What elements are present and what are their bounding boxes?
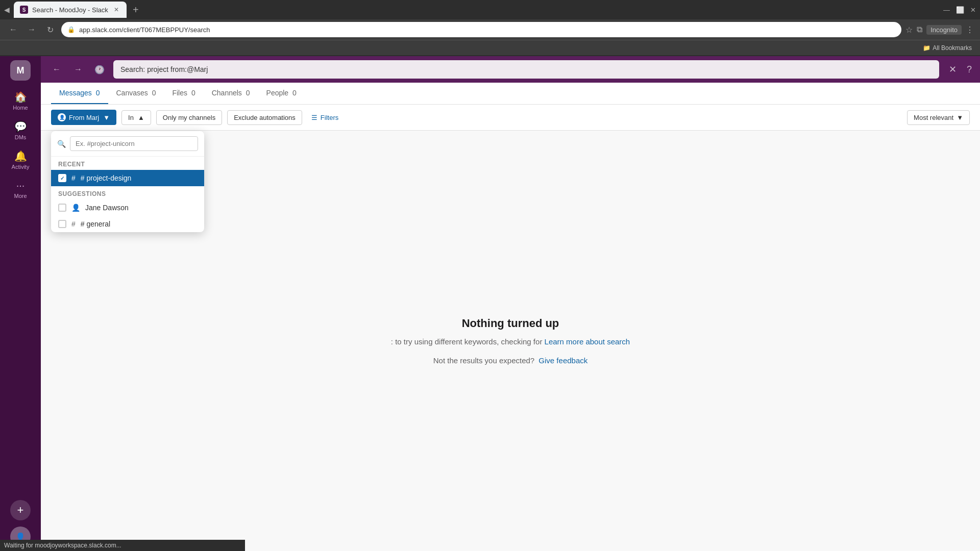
person-icon: 👤 [71,204,80,212]
window-maximize-button[interactable]: ⬜ [956,6,964,14]
in-filter-dropdown-icon: ▲ [138,114,144,121]
messages-count: 0 [96,89,100,97]
tab-canvases[interactable]: Canvases 0 [108,83,164,104]
tab-close-button[interactable]: ✕ [112,6,120,14]
general-checkbox [58,220,66,228]
add-workspace-button[interactable]: + [10,500,31,520]
status-text: Waiting for moodjoyworkspace.slack.com..… [4,542,121,549]
incognito-label: Incognito [926,25,962,35]
channel-hash-icon: # [71,174,76,182]
suggestions-label: Suggestions [51,186,204,199]
sidebar-item-more[interactable]: ··· More [3,176,38,203]
tab-favicon: S [20,6,28,14]
in-filter-dropdown: 🔍 Recent ✓ # # project-design Suggestion… [51,131,204,232]
sidebar: M 🏠 Home 💬 DMs 🔔 Activity ··· More + 👤 [0,56,41,551]
search-query-text: Search: project from:@Marj [120,65,208,73]
workspace-avatar[interactable]: M [10,60,31,81]
in-filter-button[interactable]: In ▲ [121,110,151,125]
search-back-button[interactable]: ← [49,62,64,77]
menu-icon[interactable]: ⋮ [966,25,974,35]
general-hash-icon: # [71,220,76,228]
browser-tab[interactable]: S Search - MoodJoy - Slack ✕ [14,2,127,18]
window-minimize-button[interactable]: — [943,6,950,14]
dropdown-search-icon: 🔍 [57,140,66,148]
feedback-line: Not the results you expected? Give feedb… [391,356,630,365]
forward-button[interactable]: → [24,22,39,37]
tab-people[interactable]: People 0 [258,83,305,104]
search-forward-button[interactable]: → [70,62,86,77]
dropdown-search-input[interactable] [70,136,198,151]
bookmarks-icon: 📁 [923,44,930,52]
search-help-button[interactable]: ? [967,64,972,75]
search-close-button[interactable]: ✕ [945,62,961,77]
tab-messages[interactable]: Messages 0 [51,83,108,104]
empty-state-title: Nothing turned up [391,317,630,330]
back-button[interactable]: ← [6,22,20,37]
sidebar-item-home[interactable]: 🏠 Home [3,87,38,114]
empty-state: Nothing turned up : to try using differe… [391,317,630,365]
from-filter-dropdown-icon: ▼ [103,114,110,121]
give-feedback-link[interactable]: Give feedback [538,356,587,365]
lock-icon: 🔒 [67,26,75,33]
recent-label: Recent [51,157,204,170]
sort-dropdown-icon: ▼ [957,114,963,121]
dms-icon: 💬 [14,120,27,133]
dropdown-recent-item[interactable]: ✓ # # project-design [51,170,204,186]
only-my-channels-button[interactable]: Only my channels [156,110,222,125]
main-content: ← → 🕐 Search: project from:@Marj ✕ ? Mes… [41,56,980,551]
search-header: ← → 🕐 Search: project from:@Marj ✕ ? [41,56,980,83]
tab-title: Search - MoodJoy - Slack [32,6,108,14]
more-icon: ··· [16,180,25,191]
tabs-bar: Messages 0 Canvases 0 Files 0 Channels 0… [41,83,980,105]
dropdown-search-container: 🔍 [51,131,204,157]
activity-icon: 🔔 [14,150,27,162]
suggestion-jane-dawson[interactable]: 👤 Jane Dawson [51,199,204,216]
bookmarks-bar: 📁 All Bookmarks [0,40,980,55]
sidebar-item-activity[interactable]: 🔔 Activity [3,146,38,173]
filter-bar: 👤 From Marj ▼ In ▲ Only my channels Excl… [41,105,980,131]
tab-files[interactable]: Files 0 [164,83,203,104]
tab-channels[interactable]: Channels 0 [204,83,258,104]
url-text: app.slack.com/client/T067MEBPPUY/search [79,26,210,34]
address-bar[interactable]: 🔒 app.slack.com/client/T067MEBPPUY/searc… [61,22,901,37]
nav-back-btn[interactable]: ◀ [4,6,10,14]
filters-button[interactable]: ☰ Filters [307,111,342,124]
search-input-bar[interactable]: Search: project from:@Marj [113,60,939,79]
search-history-button[interactable]: 🕐 [92,62,107,77]
filters-icon: ☰ [311,114,317,121]
jane-dawson-checkbox [58,204,66,212]
all-bookmarks-link[interactable]: 📁 All Bookmarks [923,44,972,52]
learn-more-link[interactable]: Learn more about search [545,337,630,346]
sort-button[interactable]: Most relevant ▼ [907,110,970,125]
new-tab-button[interactable]: + [129,3,143,17]
reload-button[interactable]: ↻ [43,22,57,37]
suggestion-general[interactable]: # # general [51,216,204,232]
status-bar: Waiting for moodjoyworkspace.slack.com..… [0,540,245,551]
exclude-automations-button[interactable]: Exclude automations [227,110,302,125]
recent-item-checkbox: ✓ [58,174,66,182]
split-view-icon[interactable]: ⧉ [917,25,922,34]
sidebar-item-dms[interactable]: 💬 DMs [3,116,38,144]
bookmark-star-icon[interactable]: ☆ [905,25,913,35]
from-filter-button[interactable]: 👤 From Marj ▼ [51,110,116,125]
home-icon: 🏠 [14,91,27,103]
from-filter-icon: 👤 [58,113,66,121]
empty-state-description: : to try using different keywords, check… [391,336,630,348]
window-close-button[interactable]: ✕ [970,6,976,14]
